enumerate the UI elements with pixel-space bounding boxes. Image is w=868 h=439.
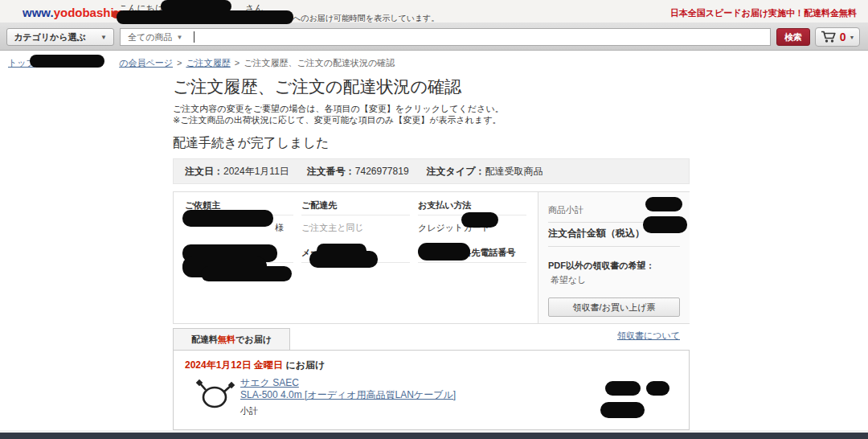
tab-suffix: でお届け [235, 334, 272, 346]
search-scope-label: 全ての商品 [128, 31, 173, 43]
redaction [418, 243, 470, 261]
delivery-date: 2024年1月12日 金曜日 にお届け [185, 359, 325, 372]
subtotal-label: 商品小計 [548, 204, 583, 216]
order-type-label: 注文タイプ： [427, 165, 485, 178]
cart-button[interactable]: 0 ▼ [815, 27, 860, 47]
redaction [643, 216, 687, 233]
redaction [605, 381, 641, 396]
redaction [201, 266, 292, 281]
category-select-label: カテゴリから選ぶ [14, 31, 86, 43]
redaction [645, 197, 682, 211]
cart-icon [821, 31, 837, 43]
receipt-preference-value: 希望なし [551, 274, 680, 286]
product-links: サエク SAEC SLA-500 4.0m [オーディオ用高品質LANケーブル] [240, 377, 456, 401]
order-date-value: 2024年1月11日 [223, 165, 289, 178]
receipt-about-link-wrap: 領収書について [548, 330, 680, 342]
order-meta-bar: 注文日： 2024年1月11日 注文番号： 7426977819 注文タイプ： … [173, 158, 690, 184]
order-number-value: 7426977819 [355, 166, 409, 177]
total-label: 注文合計金額（税込） [548, 227, 645, 240]
chevron-down-icon: ▼ [100, 34, 107, 41]
line-subtotal-label: 小計 [240, 405, 258, 417]
receipt-about-link[interactable]: 領収書について [617, 330, 680, 340]
shipping-fee-tab[interactable]: 配達料無料でお届け [173, 328, 290, 351]
phone-value [418, 263, 526, 287]
logo-www: www. [23, 6, 54, 19]
category-select-button[interactable]: カテゴリから選ぶ ▼ [6, 28, 114, 46]
redaction [182, 210, 273, 227]
receipt-preference-label: PDF以外の領収書の希望： [548, 260, 680, 272]
redaction [117, 10, 293, 24]
destination-value: ご注文主と同じ [301, 215, 410, 240]
bottom-dark-bar [0, 433, 868, 439]
tab-prefix: 配達料 [191, 334, 218, 346]
order-number-label: 注文番号： [307, 165, 355, 178]
promo-banner: 日本全国スピードお届け実施中！配達料金無料 [670, 7, 857, 19]
change-availability-note: ※ご注文商品の出荷状況に応じて、変更可能な項目のみ【変更】が表示されます。 [173, 114, 502, 126]
order-date-label: 注文日： [185, 165, 223, 178]
order-summary-panel: 商品小計 注文合計金額（税込） PDF以外の領収書の希望： 希望なし 領収書/お… [538, 192, 690, 323]
product-image-cable[interactable] [194, 376, 235, 413]
search-button[interactable]: 検索 [776, 28, 810, 46]
product-brand-link[interactable]: サエク SAEC [240, 377, 299, 388]
redaction [30, 55, 104, 68]
redaction [600, 402, 645, 418]
receipt-button[interactable]: 領収書/お買い上げ票 [548, 297, 680, 317]
order-type-value: 配達受取商品 [485, 165, 542, 178]
redaction [461, 212, 498, 228]
redaction [646, 381, 669, 396]
destination-column: ご配達先 ご注文主と同じ メールアドレス [301, 192, 410, 287]
payment-column: お支払い方法 クレジットカード 日中のご連絡先電話番号 [418, 192, 526, 287]
cart-count: 0 [840, 31, 846, 43]
redaction [309, 251, 378, 268]
product-name-link[interactable]: SLA-500 4.0m [オーディオ用高品質LANケーブル] [240, 389, 456, 400]
change-instruction-note: ご注文内容の変更をご要望の場合は、各項目の【変更】をクリックしてください。 [173, 103, 504, 115]
delivery-status-heading: 配達手続きが完了しました [173, 135, 329, 152]
destination-label: ご配達先 [301, 192, 410, 215]
chevron-down-icon: ▼ [849, 35, 854, 40]
page-title: ご注文履歴、ご注文の配達状況の確認 [173, 76, 461, 98]
tab-free-text: 無料 [218, 334, 235, 346]
yodobashi-order-page: www.yodobashi.com こんにちは、さん へのお届け可能時間を表示し… [0, 0, 868, 439]
